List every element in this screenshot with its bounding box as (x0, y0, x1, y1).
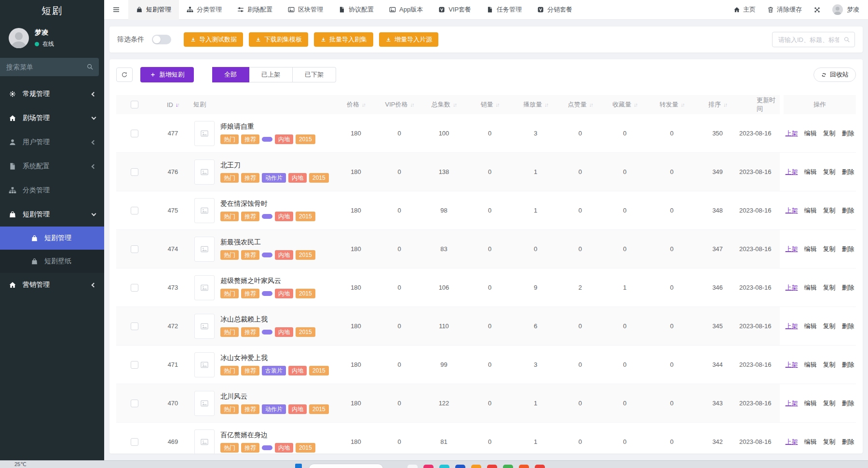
weather-widget[interactable]: 25℃ (14, 461, 27, 468)
column-header[interactable]: 价格 ↓↑ (334, 95, 378, 114)
sidebar-menu-item[interactable]: 常规管理 (0, 82, 104, 106)
column-header[interactable]: 更新时间 ↓↑ (739, 95, 780, 114)
sort-icons[interactable]: ↓↑ (723, 102, 727, 107)
clear-cache-link[interactable]: 清除缓存 (767, 5, 802, 14)
edit-link[interactable]: 编辑 (804, 361, 817, 369)
sort-icons[interactable]: ↓↑ (634, 102, 637, 107)
edit-link[interactable]: 编辑 (804, 245, 817, 254)
delete-link[interactable]: 删除 (842, 361, 854, 369)
sidebar-menu-item[interactable]: 短剧管理 (0, 227, 104, 250)
edit-link[interactable]: 编辑 (804, 168, 817, 176)
column-header[interactable]: 转发量 ↓↑ (648, 95, 696, 114)
column-header[interactable]: 总集数 ↓↑ (421, 95, 467, 114)
delete-link[interactable]: 删除 (842, 322, 854, 331)
hamburger-menu-icon[interactable] (104, 0, 128, 20)
nav-tab[interactable]: VIP套餐 (431, 0, 479, 20)
user-menu[interactable]: 梦凌 (832, 4, 859, 15)
taskbar-app-icon[interactable] (503, 465, 513, 468)
add-drama-button[interactable]: 新增短剧 (140, 67, 194, 82)
copy-link[interactable]: 复制 (823, 168, 836, 176)
row-checkbox[interactable] (131, 322, 138, 330)
edit-link[interactable]: 编辑 (804, 206, 817, 215)
drama-thumbnail[interactable] (194, 160, 215, 185)
sidebar-menu-item[interactable]: 系统配置 (0, 154, 104, 178)
publish-link[interactable]: 上架 (786, 129, 798, 138)
nav-tab[interactable]: 协议配置 (331, 0, 381, 20)
row-checkbox[interactable] (131, 400, 138, 407)
delete-link[interactable]: 删除 (842, 245, 854, 254)
column-header[interactable]: 点赞量 ↓↑ (558, 95, 602, 114)
drama-thumbnail[interactable] (194, 275, 215, 300)
sort-icons[interactable]: ↓↑ (410, 102, 413, 107)
status-filter-tab[interactable]: 已上架 (249, 67, 293, 82)
taskbar-app-icon[interactable] (519, 465, 529, 468)
drama-thumbnail[interactable] (194, 198, 215, 223)
refresh-button[interactable] (116, 67, 133, 82)
import-button[interactable]: 批量导入剧集 (314, 32, 373, 47)
column-header[interactable]: 排序 ↓↑ (696, 95, 739, 114)
drama-thumbnail[interactable] (194, 121, 215, 146)
recycle-bin-button[interactable]: 回收站 (814, 67, 856, 82)
column-header[interactable]: VIP价格 ↓↑ (378, 95, 421, 114)
import-button[interactable]: 下载剧集模板 (249, 32, 308, 47)
column-header[interactable]: ID ↓↑ (152, 95, 193, 114)
filter-toggle[interactable] (152, 35, 171, 44)
status-filter-tab[interactable]: 全部 (212, 67, 249, 82)
sort-icons[interactable]: ↓↑ (681, 102, 684, 107)
sidebar-menu-item[interactable]: 短剧壁纸 (0, 250, 104, 273)
sidebar-menu-item[interactable]: 营销管理 (0, 273, 104, 297)
copy-link[interactable]: 复制 (823, 361, 836, 369)
delete-link[interactable]: 删除 (842, 283, 854, 292)
row-checkbox[interactable] (131, 130, 138, 137)
row-checkbox[interactable] (131, 245, 138, 253)
import-button[interactable]: 导入测试数据 (184, 32, 243, 47)
publish-link[interactable]: 上架 (786, 206, 798, 215)
drama-thumbnail[interactable] (194, 237, 215, 262)
drama-thumbnail[interactable] (194, 429, 215, 454)
delete-link[interactable]: 删除 (842, 399, 854, 408)
column-header[interactable]: 短剧 ↓↑ (193, 95, 334, 114)
taskbar-app-icon[interactable] (407, 465, 418, 468)
sidebar-menu-item[interactable]: 分类管理 (0, 178, 104, 202)
copy-link[interactable]: 复制 (823, 438, 836, 446)
nav-tab[interactable]: 分销套餐 (529, 0, 580, 20)
nav-tab[interactable]: 短剧管理 (128, 0, 179, 20)
row-checkbox[interactable] (131, 284, 138, 292)
publish-link[interactable]: 上架 (786, 168, 798, 176)
delete-link[interactable]: 删除 (842, 438, 854, 446)
nav-tab[interactable]: 区块管理 (280, 0, 331, 20)
sidebar-menu-item[interactable]: 用户管理 (0, 130, 104, 154)
delete-link[interactable]: 删除 (842, 168, 854, 176)
row-checkbox[interactable] (131, 168, 138, 176)
fullscreen-icon[interactable] (814, 6, 821, 13)
select-all-checkbox[interactable] (131, 101, 138, 108)
delete-link[interactable]: 删除 (842, 206, 854, 215)
menu-search-input[interactable] (0, 58, 99, 76)
publish-link[interactable]: 上架 (786, 399, 798, 408)
row-checkbox[interactable] (131, 207, 138, 214)
sidebar-menu-item[interactable]: 剧场管理 (0, 106, 104, 130)
edit-link[interactable]: 编辑 (804, 283, 817, 292)
drama-thumbnail[interactable] (194, 391, 215, 416)
nav-tab[interactable]: 任务管理 (479, 0, 529, 20)
copy-link[interactable]: 复制 (823, 283, 836, 292)
sort-icons[interactable]: ↓↑ (589, 102, 593, 107)
nav-tab[interactable]: 剧场配置 (230, 0, 280, 20)
drama-thumbnail[interactable] (194, 352, 215, 377)
delete-link[interactable]: 删除 (842, 129, 854, 138)
publish-link[interactable]: 上架 (786, 438, 798, 446)
sort-icons[interactable]: ↓↑ (362, 102, 365, 107)
column-header[interactable]: 收藏量 ↓↑ (602, 95, 648, 114)
copy-link[interactable]: 复制 (823, 245, 836, 254)
taskbar-app-icon[interactable] (471, 465, 481, 468)
taskbar-app-icon[interactable] (439, 465, 449, 468)
taskbar-search-box[interactable] (309, 464, 383, 468)
sort-icons[interactable]: ↓↑ (176, 102, 179, 107)
copy-link[interactable]: 复制 (823, 322, 836, 331)
taskbar-app-icon[interactable] (423, 465, 434, 468)
publish-link[interactable]: 上架 (786, 245, 798, 254)
row-checkbox[interactable] (131, 361, 138, 369)
drama-thumbnail[interactable] (194, 314, 215, 339)
sidebar-menu-item[interactable]: 短剧管理 (0, 202, 104, 227)
windows-start-icon[interactable] (295, 464, 302, 468)
